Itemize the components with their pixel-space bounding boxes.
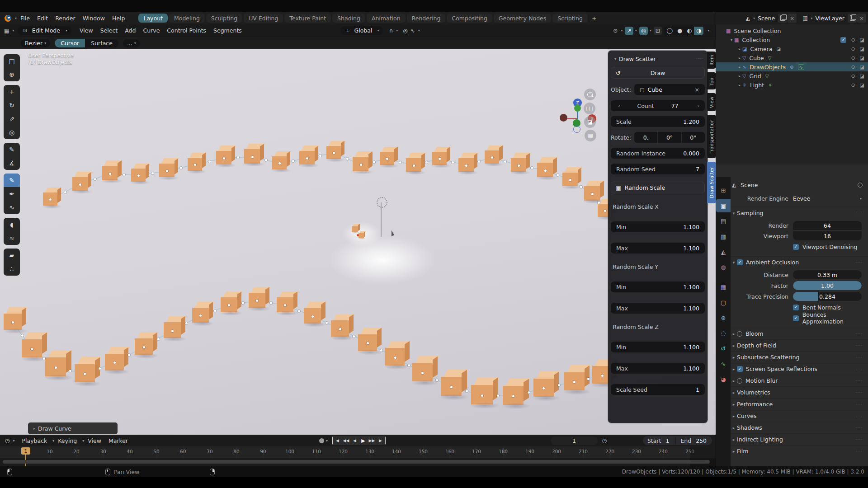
hide-eye-icon[interactable]: ⊙ — [851, 73, 855, 79]
mesh-data-icon[interactable]: ▽ — [765, 74, 769, 79]
scattered-cube[interactable] — [45, 350, 71, 376]
control-point[interactable] — [311, 315, 314, 318]
control-point[interactable] — [408, 364, 410, 366]
randomize-tool[interactable]: ≈ — [4, 231, 20, 245]
scattered-cube[interactable] — [249, 287, 269, 308]
section-bloom[interactable]: Bloom — [745, 330, 764, 337]
gizmo-neg-z-axis[interactable] — [573, 126, 580, 133]
transform-orientation-dropdown[interactable]: ⊥ Global ▾ — [340, 26, 383, 35]
curve-type-dropdown[interactable]: Bezier ▾ — [21, 39, 50, 47]
scattered-cube[interactable] — [72, 172, 91, 191]
chevron-down-icon[interactable]: ▾ — [418, 28, 420, 33]
gizmos-toggle[interactable]: ↗▾ — [625, 27, 637, 35]
section-grip[interactable]: ···· — [856, 390, 863, 395]
exclude-checkbox[interactable]: ✓ — [840, 37, 846, 43]
section-expand-icon[interactable]: ▸ — [731, 390, 737, 395]
workspace-tab-sculpting[interactable]: Sculpting — [206, 14, 242, 23]
scattered-cube[interactable] — [299, 145, 318, 164]
radius-tool[interactable]: ◖ — [4, 218, 20, 231]
properties-tab-physics[interactable]: ◌ — [716, 326, 731, 340]
control-point[interactable] — [413, 164, 415, 167]
measure-tool[interactable]: ∡ — [4, 156, 20, 170]
chevron-down-icon[interactable]: ▾ — [708, 28, 709, 33]
mode-dropdown[interactable]: ⊡ Edit Mode ▾ — [18, 26, 71, 35]
bounces-approximation-checkbox[interactable]: ✓ — [793, 315, 799, 321]
menu-window[interactable]: Window — [79, 15, 108, 22]
lamp-head[interactable] — [377, 197, 387, 208]
cursor-tool[interactable]: ⊕ — [4, 68, 20, 81]
scale-seed-field[interactable]: Scale Seed1 — [611, 384, 705, 395]
bent-normals-checkbox[interactable]: ✓ — [793, 305, 799, 310]
control-point[interactable] — [99, 367, 101, 370]
control-point[interactable] — [306, 157, 308, 160]
section-expand-icon[interactable]: ▾ — [731, 211, 737, 216]
properties-tab-tool[interactable]: ⊞ — [716, 183, 731, 197]
viewlayer-remove-button[interactable]: × — [857, 14, 866, 23]
scattered-cube[interactable] — [441, 370, 467, 396]
disable-render-icon[interactable]: ◪ — [860, 82, 864, 88]
disable-render-icon[interactable]: ◪ — [860, 55, 864, 61]
render-field[interactable]: 64 — [793, 221, 862, 230]
menu-curve[interactable]: Curve — [139, 27, 163, 34]
properties-tab-material[interactable]: ◕ — [716, 372, 731, 386]
scattered-cube[interactable] — [511, 153, 530, 172]
control-point[interactable] — [569, 179, 571, 181]
play-button[interactable]: ▶ — [359, 436, 368, 445]
section-grip[interactable]: ···· — [856, 355, 863, 360]
curve-edit-tool[interactable]: ∿ — [4, 201, 20, 214]
section-expand-icon[interactable]: ▸ — [731, 402, 737, 407]
max-field[interactable]: Max1.100 — [611, 243, 705, 253]
section-expand-icon[interactable]: ▸ — [731, 367, 737, 371]
chevron-down-icon[interactable]: ▾ — [12, 28, 14, 33]
section-grip[interactable]: ···· — [856, 211, 863, 216]
scattered-cube[interactable] — [533, 371, 559, 397]
properties-tab-object-data[interactable]: ∿ — [716, 357, 731, 371]
section-grip[interactable]: ···· — [856, 260, 863, 265]
overlays-toggle[interactable]: ◎▾ — [639, 27, 651, 35]
section-ambient-occlusion[interactable]: Ambient Occlusion — [746, 259, 799, 266]
expand-icon[interactable]: ▸ — [739, 74, 741, 78]
shading-material-button[interactable]: ◐ — [684, 27, 694, 35]
viewport-denoising-checkbox[interactable]: ✓ — [793, 244, 799, 250]
section-grip[interactable]: ···· — [856, 343, 863, 348]
show-visibility-dropdown[interactable]: ⊙▾ — [612, 28, 623, 34]
panel-collapse-icon[interactable]: ▾ — [614, 57, 616, 61]
section-grip[interactable]: ···· — [856, 437, 863, 442]
blender-logo-icon[interactable] — [5, 15, 11, 22]
start-value[interactable]: 1 — [665, 437, 675, 444]
snap-magnet-icon[interactable]: ∩ — [387, 28, 394, 34]
count-field[interactable]: ‹Count77› — [611, 100, 705, 111]
sidebar-tab-view[interactable]: View — [707, 93, 716, 111]
scene-copy-button[interactable] — [778, 14, 787, 23]
section-expand-icon[interactable]: ▸ — [731, 437, 737, 442]
center-cube[interactable] — [359, 231, 365, 238]
scattered-cube[interactable] — [272, 151, 290, 169]
workspace-tab-compositing[interactable]: Compositing — [447, 14, 492, 23]
scattered-cube[interactable] — [458, 153, 477, 172]
control-point[interactable] — [64, 191, 66, 193]
menu-view[interactable]: View — [76, 27, 97, 34]
hide-eye-icon[interactable]: ⊙ — [851, 37, 855, 43]
expand-icon[interactable]: ▸ — [739, 65, 741, 69]
properties-tab-scene[interactable]: ◭ — [716, 245, 731, 258]
menu-edit[interactable]: Edit — [33, 15, 52, 22]
zoom-view-button[interactable] — [584, 89, 596, 100]
control-point[interactable] — [43, 357, 45, 360]
shading-rendered-button[interactable]: ◑ — [694, 27, 703, 35]
scattered-cube[interactable] — [412, 356, 438, 381]
control-point[interactable] — [223, 157, 225, 160]
control-point[interactable] — [12, 321, 14, 324]
scattered-cube[interactable] — [564, 365, 590, 390]
rotate-value-0[interactable]: 0. — [634, 132, 657, 143]
section-grip[interactable]: ···· — [856, 426, 863, 430]
section-grip[interactable]: ···· — [856, 402, 863, 407]
scattered-cube[interactable] — [22, 332, 47, 357]
section-expand-icon[interactable]: ▸ — [731, 379, 737, 383]
camera-view-button[interactable]: ◪ — [584, 116, 596, 128]
scene-name[interactable]: Scene — [758, 14, 775, 23]
scattered-cube[interactable] — [221, 291, 241, 312]
chevron-down-icon[interactable]: ▾ — [753, 16, 755, 20]
properties-tab-modifiers[interactable]: ⊛ — [716, 311, 731, 324]
more-options-dropdown[interactable]: ...▾ — [123, 39, 140, 47]
distance-field[interactable]: 0.33 m — [793, 270, 862, 279]
